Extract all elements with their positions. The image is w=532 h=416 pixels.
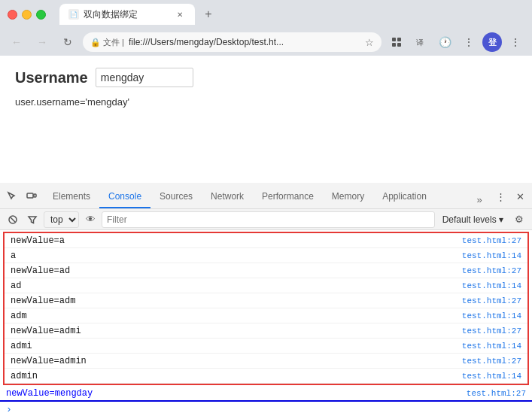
extensions-icon[interactable] xyxy=(386,32,407,53)
devtools-close-icon[interactable]: ✕ xyxy=(511,187,529,205)
tab-performance[interactable]: Performance xyxy=(253,186,323,208)
forward-button[interactable]: → xyxy=(32,32,53,53)
console-source[interactable]: test.html:27 xyxy=(462,296,521,305)
console-message: ad xyxy=(11,281,462,291)
devtools-overflow-icon[interactable]: ⋮ xyxy=(491,187,509,205)
tab-application[interactable]: Application xyxy=(373,186,436,208)
red-border-group: newValue=a test.html:27 a test.html:14 n… xyxy=(3,232,529,385)
address-bar: ← → ↻ 🔒 文件 | file:///Users/mengday/Deskt… xyxy=(0,29,532,56)
username-row: Username xyxy=(15,68,517,87)
console-source[interactable]: test.html:27 xyxy=(462,357,521,366)
console-toolbar: top 👁 Default levels ▾ ⚙ xyxy=(0,209,532,230)
console-row: newValue=ad test.html:27 xyxy=(5,263,527,278)
translate-icon[interactable]: 译 xyxy=(410,32,431,53)
console-source[interactable]: test.html:27 xyxy=(462,266,521,275)
console-message: admi xyxy=(11,341,462,351)
console-source[interactable]: test.html:27 xyxy=(462,236,521,245)
console-message: newValue=adm xyxy=(11,296,462,306)
console-source[interactable]: test.html:27 xyxy=(467,389,526,398)
console-row-last: newValue=mengday test.html:27 xyxy=(0,387,532,402)
address-text: file:///Users/mengday/Desktop/test.ht... xyxy=(129,37,360,47)
tab-title: 双向数据绑定 xyxy=(84,8,169,21)
devtools-right-controls: ⋮ ✕ xyxy=(491,187,529,208)
history-icon[interactable]: 🕐 xyxy=(434,32,455,53)
username-label: Username xyxy=(15,69,88,87)
devtools-tab-bar: Elements Console Sources Network Perform… xyxy=(0,183,532,209)
maximize-button[interactable] xyxy=(36,10,46,20)
filter-input[interactable] xyxy=(102,211,435,228)
bookmark-icon[interactable]: ☆ xyxy=(365,37,374,48)
menu-icon[interactable]: ⋮ xyxy=(458,32,479,53)
reload-button[interactable]: ↻ xyxy=(57,32,78,53)
tab-network[interactable]: Network xyxy=(202,186,253,208)
tab-elements[interactable]: Elements xyxy=(44,186,99,208)
svg-text:译: 译 xyxy=(416,38,424,47)
console-source[interactable]: test.html:14 xyxy=(462,311,521,320)
devtools-left-controls xyxy=(3,187,41,208)
console-source[interactable]: test.html:14 xyxy=(462,251,521,260)
console-prompt-icon: › xyxy=(6,404,12,415)
profile-avatar[interactable]: 登 xyxy=(482,32,502,52)
svg-rect-6 xyxy=(34,194,36,197)
context-select[interactable]: top xyxy=(44,211,79,228)
console-input-row[interactable]: › xyxy=(0,402,532,416)
device-toolbar-icon[interactable] xyxy=(23,187,41,205)
console-source[interactable]: test.html:14 xyxy=(462,342,521,351)
tab-memory[interactable]: Memory xyxy=(323,186,373,208)
levels-dropdown[interactable]: Default levels ▾ xyxy=(438,211,508,228)
clear-console-icon[interactable] xyxy=(5,211,21,228)
svg-rect-2 xyxy=(392,43,396,47)
traffic-lights xyxy=(8,10,46,20)
eye-icon[interactable]: 👁 xyxy=(82,211,99,228)
more-tabs-button[interactable]: » xyxy=(470,190,488,208)
console-source[interactable]: test.html:14 xyxy=(462,372,521,381)
console-row: admin test.html:14 xyxy=(5,369,527,384)
active-tab[interactable]: 📄 双向数据绑定 ✕ xyxy=(59,4,195,25)
tab-sources[interactable]: Sources xyxy=(150,186,202,208)
new-tab-button[interactable]: + xyxy=(198,4,219,25)
address-input[interactable]: 🔒 文件 | file:///Users/mengday/Desktop/tes… xyxy=(83,32,382,52)
console-message: newValue=a xyxy=(11,235,462,246)
console-message: a xyxy=(11,251,462,261)
console-message: admin xyxy=(11,371,462,381)
filter-toggle-icon[interactable] xyxy=(24,211,41,228)
tab-close-button[interactable]: ✕ xyxy=(174,8,186,20)
title-bar: 📄 双向数据绑定 ✕ + xyxy=(0,0,532,29)
console-source[interactable]: test.html:14 xyxy=(462,281,521,290)
devtools-panel: Elements Console Sources Network Perform… xyxy=(0,183,532,416)
context-dropdown[interactable]: top xyxy=(44,211,79,228)
console-row: newValue=admin test.html:27 xyxy=(5,354,527,369)
svg-line-8 xyxy=(11,217,15,222)
console-output: newValue=a test.html:27 a test.html:14 n… xyxy=(0,230,532,416)
tab-favicon: 📄 xyxy=(68,9,79,20)
svg-rect-0 xyxy=(392,38,396,41)
svg-rect-1 xyxy=(397,38,401,41)
overflow-menu[interactable]: ⋮ xyxy=(505,32,526,53)
console-settings-icon[interactable]: ⚙ xyxy=(511,211,527,228)
console-row: adm test.html:14 xyxy=(5,308,527,323)
close-button[interactable] xyxy=(8,10,17,20)
console-message: adm xyxy=(11,311,462,321)
console-message: newValue=mengday xyxy=(6,388,467,399)
page-content: Username user.username='mengday' xyxy=(0,56,532,183)
console-row: a test.html:14 xyxy=(5,248,527,263)
browser-window: 📄 双向数据绑定 ✕ + ← → ↻ 🔒 文件 | file:///Users/… xyxy=(0,0,532,416)
console-source[interactable]: test.html:27 xyxy=(462,326,521,336)
console-row: newValue=admi test.html:27 xyxy=(5,323,527,339)
inspect-element-icon[interactable] xyxy=(3,187,21,205)
toolbar-icons: 译 🕐 ⋮ 登 ⋮ xyxy=(386,32,526,53)
console-row: newValue=adm test.html:27 xyxy=(5,293,527,308)
tab-bar: 📄 双向数据绑定 ✕ + xyxy=(59,4,524,25)
svg-rect-3 xyxy=(397,43,401,47)
console-message: newValue=admin xyxy=(11,356,462,366)
console-message: newValue=ad xyxy=(11,266,462,276)
console-row: ad test.html:14 xyxy=(5,278,527,293)
console-row: newValue=a test.html:27 xyxy=(5,233,527,248)
security-indicator: 🔒 文件 | xyxy=(90,37,124,48)
minimize-button[interactable] xyxy=(22,10,32,20)
tab-console[interactable]: Console xyxy=(99,186,150,208)
back-button[interactable]: ← xyxy=(6,32,27,53)
svg-rect-5 xyxy=(27,193,33,198)
username-input[interactable] xyxy=(96,68,193,87)
console-message: newValue=admi xyxy=(11,326,462,336)
